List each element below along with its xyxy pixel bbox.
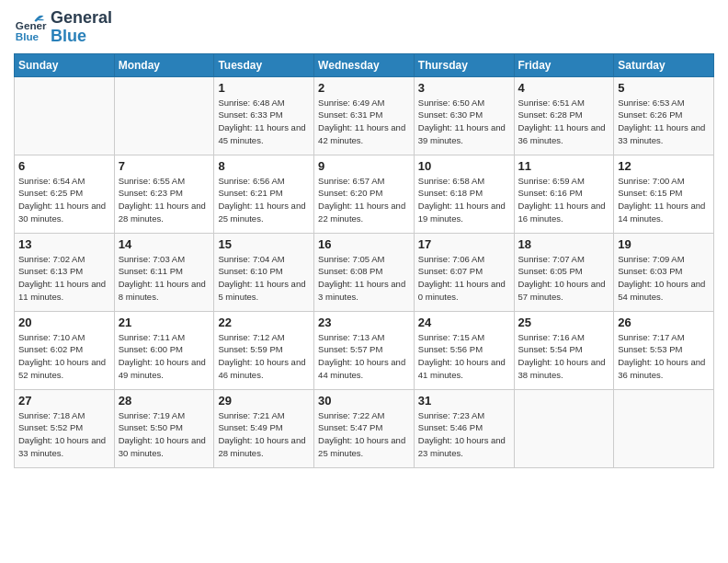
day-info: Sunrise: 6:51 AM Sunset: 6:28 PM Dayligh… [518, 97, 610, 147]
day-info: Sunrise: 7:13 AM Sunset: 5:57 PM Dayligh… [318, 331, 410, 382]
svg-text:Blue: Blue [16, 30, 40, 42]
header-sunday: Sunday [15, 53, 115, 76]
day-number: 5 [618, 81, 710, 95]
calendar-table: SundayMondayTuesdayWednesdayThursdayFrid… [14, 53, 714, 468]
day-cell: 10Sunrise: 6:58 AM Sunset: 6:18 PM Dayli… [414, 155, 514, 233]
day-info: Sunrise: 7:10 AM Sunset: 6:02 PM Dayligh… [18, 331, 110, 382]
day-cell [614, 389, 714, 467]
day-number: 29 [218, 394, 310, 408]
calendar-header-row: SundayMondayTuesdayWednesdayThursdayFrid… [15, 53, 714, 76]
day-info: Sunrise: 6:54 AM Sunset: 6:25 PM Dayligh… [18, 175, 110, 225]
day-info: Sunrise: 7:02 AM Sunset: 6:13 PM Dayligh… [18, 253, 110, 304]
day-number: 11 [518, 159, 610, 173]
week-row-2: 6Sunrise: 6:54 AM Sunset: 6:25 PM Daylig… [15, 155, 714, 233]
day-cell: 15Sunrise: 7:04 AM Sunset: 6:10 PM Dayli… [214, 233, 314, 311]
logo-blue: Blue [51, 28, 112, 46]
day-cell: 29Sunrise: 7:21 AM Sunset: 5:49 PM Dayli… [214, 389, 314, 467]
day-number: 2 [318, 81, 410, 95]
day-cell: 21Sunrise: 7:11 AM Sunset: 6:00 PM Dayli… [114, 311, 214, 389]
logo: General Blue General Blue [14, 9, 112, 46]
day-info: Sunrise: 7:19 AM Sunset: 5:50 PM Dayligh… [119, 409, 210, 460]
day-info: Sunrise: 7:16 AM Sunset: 5:54 PM Dayligh… [518, 331, 610, 382]
day-cell: 27Sunrise: 7:18 AM Sunset: 5:52 PM Dayli… [15, 389, 115, 467]
day-info: Sunrise: 6:53 AM Sunset: 6:26 PM Dayligh… [618, 97, 710, 147]
day-number: 8 [218, 159, 310, 173]
day-number: 6 [18, 159, 110, 173]
day-number: 25 [518, 316, 610, 329]
day-number: 19 [618, 237, 710, 251]
day-number: 22 [218, 316, 310, 329]
day-cell: 5Sunrise: 6:53 AM Sunset: 6:26 PM Daylig… [614, 76, 714, 155]
header-saturday: Saturday [614, 53, 714, 76]
day-info: Sunrise: 7:03 AM Sunset: 6:11 PM Dayligh… [119, 253, 210, 304]
day-number: 3 [418, 81, 510, 95]
week-row-1: 1Sunrise: 6:48 AM Sunset: 6:33 PM Daylig… [15, 76, 714, 155]
week-row-4: 20Sunrise: 7:10 AM Sunset: 6:02 PM Dayli… [15, 311, 714, 389]
day-number: 17 [418, 237, 510, 251]
day-cell: 13Sunrise: 7:02 AM Sunset: 6:13 PM Dayli… [15, 233, 115, 311]
day-cell: 25Sunrise: 7:16 AM Sunset: 5:54 PM Dayli… [514, 311, 614, 389]
day-number: 23 [318, 316, 410, 329]
day-cell [514, 389, 614, 467]
day-number: 4 [518, 81, 610, 95]
day-info: Sunrise: 7:07 AM Sunset: 6:05 PM Dayligh… [518, 253, 610, 304]
day-cell: 16Sunrise: 7:05 AM Sunset: 6:08 PM Dayli… [314, 233, 415, 311]
day-cell: 31Sunrise: 7:23 AM Sunset: 5:46 PM Dayli… [414, 389, 514, 467]
day-number: 21 [119, 316, 210, 329]
day-number: 24 [418, 316, 510, 329]
day-cell: 22Sunrise: 7:12 AM Sunset: 5:59 PM Dayli… [214, 311, 314, 389]
day-cell: 4Sunrise: 6:51 AM Sunset: 6:28 PM Daylig… [514, 76, 614, 155]
day-info: Sunrise: 7:05 AM Sunset: 6:08 PM Dayligh… [318, 253, 410, 304]
day-cell: 26Sunrise: 7:17 AM Sunset: 5:53 PM Dayli… [614, 311, 714, 389]
header-wednesday: Wednesday [314, 53, 415, 76]
day-number: 27 [18, 394, 110, 408]
header-friday: Friday [514, 53, 614, 76]
day-number: 7 [119, 159, 210, 173]
day-number: 14 [119, 237, 210, 251]
day-cell [114, 76, 214, 155]
day-number: 18 [518, 237, 610, 251]
day-number: 15 [218, 237, 310, 251]
day-cell: 11Sunrise: 6:59 AM Sunset: 6:16 PM Dayli… [514, 155, 614, 233]
day-info: Sunrise: 6:49 AM Sunset: 6:31 PM Dayligh… [318, 97, 410, 147]
week-row-3: 13Sunrise: 7:02 AM Sunset: 6:13 PM Dayli… [15, 233, 714, 311]
day-info: Sunrise: 7:00 AM Sunset: 6:15 PM Dayligh… [618, 175, 710, 225]
day-info: Sunrise: 7:12 AM Sunset: 5:59 PM Dayligh… [218, 331, 310, 382]
day-info: Sunrise: 7:23 AM Sunset: 5:46 PM Dayligh… [418, 409, 510, 460]
day-cell: 17Sunrise: 7:06 AM Sunset: 6:07 PM Dayli… [414, 233, 514, 311]
day-info: Sunrise: 7:17 AM Sunset: 5:53 PM Dayligh… [618, 331, 710, 382]
day-number: 20 [18, 316, 110, 329]
day-info: Sunrise: 7:11 AM Sunset: 6:00 PM Dayligh… [119, 331, 210, 382]
header-tuesday: Tuesday [214, 53, 314, 76]
day-info: Sunrise: 7:18 AM Sunset: 5:52 PM Dayligh… [18, 409, 110, 460]
day-info: Sunrise: 6:55 AM Sunset: 6:23 PM Dayligh… [119, 175, 210, 225]
day-cell: 12Sunrise: 7:00 AM Sunset: 6:15 PM Dayli… [614, 155, 714, 233]
day-cell: 20Sunrise: 7:10 AM Sunset: 6:02 PM Dayli… [15, 311, 115, 389]
day-number: 13 [18, 237, 110, 251]
day-number: 10 [418, 159, 510, 173]
day-cell: 1Sunrise: 6:48 AM Sunset: 6:33 PM Daylig… [214, 76, 314, 155]
day-number: 28 [119, 394, 210, 408]
day-info: Sunrise: 7:22 AM Sunset: 5:47 PM Dayligh… [318, 409, 410, 460]
header-monday: Monday [114, 53, 214, 76]
logo-general: General [51, 9, 112, 28]
day-cell: 7Sunrise: 6:55 AM Sunset: 6:23 PM Daylig… [114, 155, 214, 233]
day-info: Sunrise: 7:06 AM Sunset: 6:07 PM Dayligh… [418, 253, 510, 304]
day-number: 31 [418, 394, 510, 408]
day-info: Sunrise: 6:56 AM Sunset: 6:21 PM Dayligh… [218, 175, 310, 225]
day-number: 30 [318, 394, 410, 408]
day-info: Sunrise: 7:15 AM Sunset: 5:56 PM Dayligh… [418, 331, 510, 382]
header-thursday: Thursday [414, 53, 514, 76]
day-info: Sunrise: 7:21 AM Sunset: 5:49 PM Dayligh… [218, 409, 310, 460]
day-cell: 19Sunrise: 7:09 AM Sunset: 6:03 PM Dayli… [614, 233, 714, 311]
logo-icon: General Blue [14, 11, 47, 44]
day-cell: 8Sunrise: 6:56 AM Sunset: 6:21 PM Daylig… [214, 155, 314, 233]
day-number: 9 [318, 159, 410, 173]
day-cell: 24Sunrise: 7:15 AM Sunset: 5:56 PM Dayli… [414, 311, 514, 389]
svg-text:General: General [16, 19, 47, 31]
week-row-5: 27Sunrise: 7:18 AM Sunset: 5:52 PM Dayli… [15, 389, 714, 467]
day-info: Sunrise: 6:48 AM Sunset: 6:33 PM Dayligh… [218, 97, 310, 147]
day-number: 16 [318, 237, 410, 251]
day-cell: 18Sunrise: 7:07 AM Sunset: 6:05 PM Dayli… [514, 233, 614, 311]
day-cell: 9Sunrise: 6:57 AM Sunset: 6:20 PM Daylig… [314, 155, 415, 233]
